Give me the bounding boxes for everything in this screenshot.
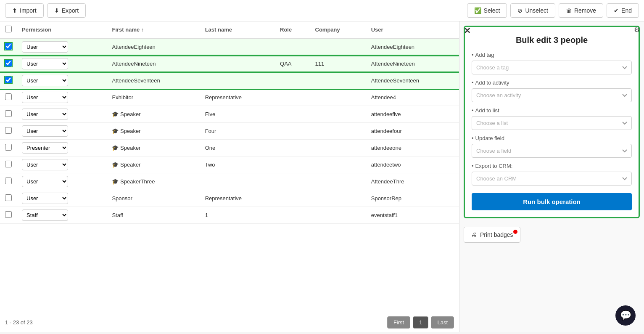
col-permission: Permission: [17, 21, 107, 38]
update-field-section: Update field Choose a field: [472, 135, 632, 158]
row-checkbox[interactable]: [5, 77, 12, 83]
export-crm-label: Export to CRM:: [472, 163, 632, 169]
update-field-select[interactable]: Choose a field: [472, 144, 632, 158]
export-button[interactable]: ⬇ Export: [47, 3, 86, 18]
add-list-label: Add to list: [472, 107, 632, 114]
row-checkbox[interactable]: [5, 93, 12, 100]
end-button[interactable]: ✔ End: [607, 3, 639, 18]
row-role: [275, 123, 310, 140]
row-permission-cell: UserPresenterStaffAdmin: [17, 72, 107, 89]
row-checkbox[interactable]: [5, 43, 12, 50]
col-company: Company: [310, 21, 366, 38]
row-role: [275, 106, 310, 123]
import-icon: ⬆: [12, 7, 17, 14]
row-role: [275, 156, 310, 173]
row-checkbox[interactable]: [5, 178, 12, 184]
gear-button[interactable]: ⚙: [634, 26, 640, 34]
select-all-checkbox[interactable]: [5, 26, 12, 32]
row-checkbox[interactable]: [5, 127, 12, 134]
permission-select[interactable]: UserPresenterStaffAdmin: [22, 209, 68, 221]
export-crm-select[interactable]: Choose an CRM: [472, 172, 632, 186]
export-label: Export: [62, 7, 79, 14]
row-first-name: AttendeeNineteen: [107, 56, 200, 72]
row-user: AttendeeSeventeen: [366, 72, 459, 89]
close-button[interactable]: ✕: [464, 26, 471, 36]
row-user: AttendeeNineteen: [366, 56, 459, 72]
remove-button[interactable]: 🗑 Remove: [559, 3, 603, 18]
permission-select[interactable]: UserPresenterStaffAdmin: [22, 125, 68, 137]
add-activity-select[interactable]: Choose an activity: [472, 88, 632, 102]
toolbar: ⬆ Import ⬇ Export ✅ Select ⊘ Unselect 🗑 …: [0, 0, 644, 21]
select-button[interactable]: ✅ Select: [467, 3, 507, 18]
row-role: [275, 190, 310, 207]
row-permission-cell: UserPresenterStaffAdmin: [17, 156, 107, 173]
permission-select[interactable]: UserPresenterStaffAdmin: [22, 142, 68, 154]
row-company: [310, 106, 366, 123]
table-row: UserPresenterStaffAdmin🎓 SpeakerOneatten…: [0, 140, 459, 156]
row-user: attendeetwo: [366, 156, 459, 173]
row-checkbox[interactable]: [5, 194, 12, 201]
row-checkbox-cell: [0, 106, 17, 123]
select-check-icon: ✅: [474, 7, 481, 14]
run-bulk-button[interactable]: Run bulk operation: [472, 193, 632, 210]
col-first-name[interactable]: First name ↑: [107, 21, 200, 38]
permission-select[interactable]: UserPresenterStaffAdmin: [22, 92, 68, 103]
row-last-name: [200, 72, 275, 89]
update-field-label: Update field: [472, 135, 632, 141]
unselect-label: Unselect: [525, 7, 548, 14]
import-button[interactable]: ⬆ Import: [5, 3, 44, 18]
row-first-name: 🎓 Speaker: [107, 156, 200, 173]
first-name-text: Speaker: [120, 162, 140, 168]
row-company: [310, 72, 366, 89]
row-checkbox-cell: [0, 38, 17, 56]
unselect-icon: ⊘: [517, 7, 523, 14]
row-last-name: Representative: [200, 89, 275, 106]
row-checkbox-cell: [0, 173, 17, 190]
first-name-text: Exhibitor: [112, 94, 133, 101]
pagination: 1 - 23 of 23 First 1 Last: [0, 312, 459, 332]
row-checkbox[interactable]: [5, 144, 12, 151]
add-tag-label: Add tag: [472, 52, 632, 58]
col-user: User: [366, 21, 459, 38]
row-checkbox[interactable]: [5, 161, 12, 167]
row-checkbox-cell: [0, 56, 17, 72]
row-first-name: AttendeeSeventeen: [107, 72, 200, 89]
row-checkbox[interactable]: [5, 211, 12, 218]
row-checkbox[interactable]: [5, 110, 12, 117]
row-last-name: [200, 38, 275, 56]
row-role: [275, 140, 310, 156]
permission-select[interactable]: UserPresenterStaffAdmin: [22, 41, 68, 53]
row-permission-cell: UserPresenterStaffAdmin: [17, 123, 107, 140]
permission-select[interactable]: UserPresenterStaffAdmin: [22, 109, 68, 120]
add-list-select[interactable]: Choose a list: [472, 116, 632, 130]
permission-select[interactable]: UserPresenterStaffAdmin: [22, 58, 68, 69]
first-name-text: SpeakerThree: [120, 178, 155, 185]
row-permission-cell: UserPresenterStaffAdmin: [17, 56, 107, 72]
permission-select[interactable]: UserPresenterStaffAdmin: [22, 159, 68, 170]
last-page-button[interactable]: Last: [431, 316, 454, 329]
permission-select[interactable]: UserPresenterStaffAdmin: [22, 193, 68, 204]
add-tag-select[interactable]: Choose a tag: [472, 61, 632, 74]
main-layout: Permission First name ↑ Last name Role C…: [0, 21, 644, 332]
table-wrapper[interactable]: Permission First name ↑ Last name Role C…: [0, 21, 459, 312]
permission-select[interactable]: UserPresenterStaffAdmin: [22, 75, 68, 86]
permission-select[interactable]: UserPresenterStaffAdmin: [22, 176, 68, 187]
row-role: [275, 72, 310, 89]
col-last-name: Last name: [200, 21, 275, 38]
table-row: UserPresenterStaffAdmin🎓 SpeakerFouratte…: [0, 123, 459, 140]
print-badges-button[interactable]: 🖨 Print badges: [464, 227, 520, 243]
first-page-button[interactable]: First: [387, 316, 410, 329]
first-name-text: Speaker: [120, 128, 140, 134]
row-first-name: 🎓 Speaker: [107, 140, 200, 156]
first-name-text: AttendeeEighteen: [112, 44, 155, 50]
row-company: 111: [310, 56, 366, 72]
chat-bubble[interactable]: 💬: [615, 305, 636, 326]
row-checkbox-cell: [0, 89, 17, 106]
red-dot-indicator: [513, 230, 517, 234]
page-1-button[interactable]: 1: [413, 316, 428, 329]
first-name-text: Speaker: [120, 145, 140, 151]
table-row: UserPresenterStaffAdmin🎓 SpeakerThreeAtt…: [0, 173, 459, 190]
row-user: attendeeone: [366, 140, 459, 156]
row-checkbox[interactable]: [5, 60, 12, 66]
unselect-button[interactable]: ⊘ Unselect: [510, 3, 555, 18]
